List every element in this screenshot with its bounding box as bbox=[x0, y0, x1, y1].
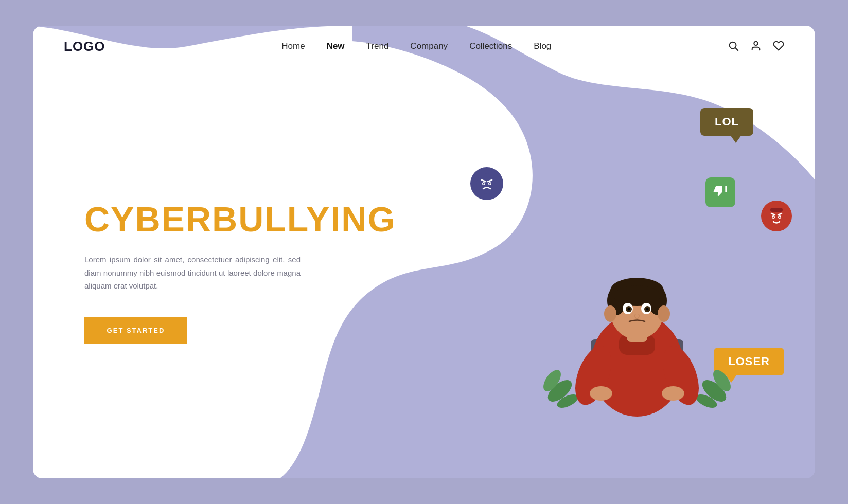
svg-point-40 bbox=[614, 285, 660, 306]
nav-new[interactable]: New bbox=[327, 41, 345, 51]
svg-point-42 bbox=[658, 305, 670, 322]
svg-point-16 bbox=[772, 217, 774, 218]
hero-left: CYBERBULLYING Lorem ipsum dolor sit amet… bbox=[33, 67, 439, 478]
svg-point-17 bbox=[779, 217, 780, 218]
svg-point-3 bbox=[476, 173, 497, 194]
nav-company[interactable]: Company bbox=[410, 41, 448, 51]
nav-trend[interactable]: Trend bbox=[366, 41, 389, 51]
svg-rect-11 bbox=[770, 208, 783, 212]
search-icon[interactable] bbox=[728, 40, 739, 53]
person-illustration bbox=[539, 216, 735, 432]
heart-icon[interactable] bbox=[773, 40, 784, 53]
angry-blue-emoji bbox=[470, 167, 503, 200]
header: LOGO Home New Trend Company Collections … bbox=[33, 26, 815, 67]
svg-point-47 bbox=[628, 308, 630, 311]
logo: LOGO bbox=[64, 39, 105, 55]
main-content: CYBERBULLYING Lorem ipsum dolor sit amet… bbox=[33, 67, 815, 478]
svg-point-8 bbox=[483, 183, 485, 185]
svg-point-48 bbox=[646, 308, 649, 311]
navigation: Home New Trend Company Collections Blog bbox=[281, 41, 551, 51]
svg-point-0 bbox=[730, 42, 736, 48]
svg-point-9 bbox=[489, 183, 491, 185]
header-icons bbox=[728, 40, 784, 53]
svg-point-41 bbox=[604, 305, 616, 322]
hero-illustration: LOL bbox=[439, 67, 815, 478]
svg-point-33 bbox=[590, 386, 612, 401]
bubble-lol: LOL bbox=[700, 108, 753, 136]
svg-point-2 bbox=[754, 41, 757, 45]
dislike-icon bbox=[705, 177, 735, 207]
cta-button[interactable]: GET STARTED bbox=[84, 317, 187, 344]
nav-blog[interactable]: Blog bbox=[534, 41, 551, 51]
svg-point-34 bbox=[662, 386, 684, 401]
angry-red-emoji bbox=[761, 201, 792, 231]
page-frame: LOGO Home New Trend Company Collections … bbox=[33, 26, 815, 478]
svg-line-1 bbox=[736, 48, 738, 50]
hero-description: Lorem ipsum dolor sit amet, consectetuer… bbox=[84, 253, 301, 293]
user-icon[interactable] bbox=[750, 40, 762, 53]
nav-collections[interactable]: Collections bbox=[469, 41, 512, 51]
nav-home[interactable]: Home bbox=[281, 41, 305, 51]
hero-headline: CYBERBULLYING bbox=[84, 202, 439, 237]
